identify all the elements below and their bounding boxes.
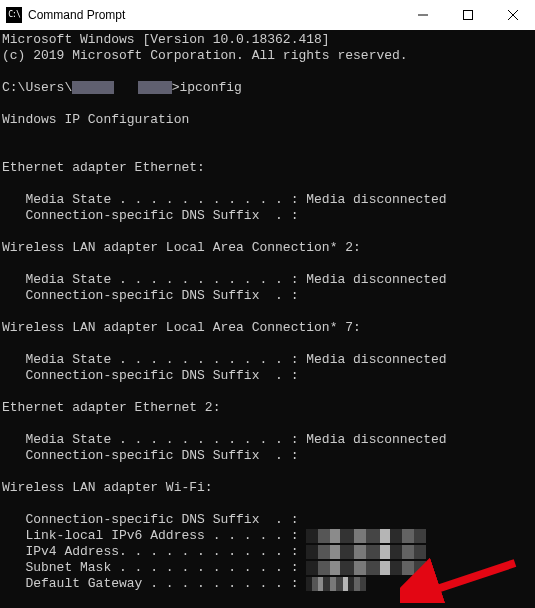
media-state-value: Media disconnected bbox=[306, 432, 446, 447]
dns-suffix-label: Connection-specific DNS Suffix . : bbox=[2, 208, 298, 223]
media-state-label: Media State . . . . . . . . . . . : bbox=[2, 432, 306, 447]
media-state-value: Media disconnected bbox=[306, 272, 446, 287]
dns-suffix-label: Connection-specific DNS Suffix . : bbox=[2, 368, 298, 383]
adapter-name: Wireless LAN adapter Wi-Fi: bbox=[2, 480, 213, 495]
dns-suffix-label: Connection-specific DNS Suffix . : bbox=[2, 288, 298, 303]
redacted-subnet bbox=[306, 561, 426, 575]
header-line2: (c) 2019 Microsoft Corporation. All righ… bbox=[2, 48, 408, 63]
window-title: Command Prompt bbox=[28, 8, 125, 22]
ipv6-label: Link-local IPv6 Address . . . . . : bbox=[2, 528, 306, 543]
media-state-label: Media State . . . . . . . . . . . : bbox=[2, 352, 306, 367]
redacted-path bbox=[138, 81, 172, 94]
ipv4-label: IPv4 Address. . . . . . . . . . . : bbox=[2, 544, 306, 559]
minimize-button[interactable] bbox=[400, 0, 445, 30]
command-prompt-window: C:\ Command Prompt Microsoft Windows [Ve… bbox=[0, 0, 535, 608]
adapter-name: Wireless LAN adapter Local Area Connecti… bbox=[2, 320, 361, 335]
terminal-output[interactable]: Microsoft Windows [Version 10.0.18362.41… bbox=[0, 30, 535, 608]
media-state-label: Media State . . . . . . . . . . . : bbox=[2, 192, 306, 207]
redacted-user bbox=[72, 81, 114, 94]
config-title: Windows IP Configuration bbox=[2, 112, 189, 127]
redacted-ipv4 bbox=[306, 545, 426, 559]
media-state-label: Media State . . . . . . . . . . . : bbox=[2, 272, 306, 287]
dns-suffix-label: Connection-specific DNS Suffix . : bbox=[2, 448, 298, 463]
maximize-button[interactable] bbox=[445, 0, 490, 30]
prompt-command: ipconfig bbox=[179, 80, 241, 95]
media-state-value: Media disconnected bbox=[306, 192, 446, 207]
header-line1: Microsoft Windows [Version 10.0.18362.41… bbox=[2, 32, 330, 47]
redacted-ipv6 bbox=[306, 529, 426, 543]
cmd-icon: C:\ bbox=[6, 7, 22, 23]
gateway-label: Default Gateway . . . . . . . . . : bbox=[2, 576, 306, 591]
subnet-label: Subnet Mask . . . . . . . . . . . : bbox=[2, 560, 306, 575]
redacted-gateway bbox=[306, 577, 366, 591]
adapter-name: Ethernet adapter Ethernet 2: bbox=[2, 400, 220, 415]
dns-suffix-label: Connection-specific DNS Suffix . : bbox=[2, 512, 298, 527]
titlebar[interactable]: C:\ Command Prompt bbox=[0, 0, 535, 30]
prompt-prefix: C:\Users\ bbox=[2, 80, 72, 95]
adapter-name: Wireless LAN adapter Local Area Connecti… bbox=[2, 240, 361, 255]
svg-rect-1 bbox=[463, 11, 472, 20]
media-state-value: Media disconnected bbox=[306, 352, 446, 367]
adapter-name: Ethernet adapter Ethernet: bbox=[2, 160, 205, 175]
close-button[interactable] bbox=[490, 0, 535, 30]
